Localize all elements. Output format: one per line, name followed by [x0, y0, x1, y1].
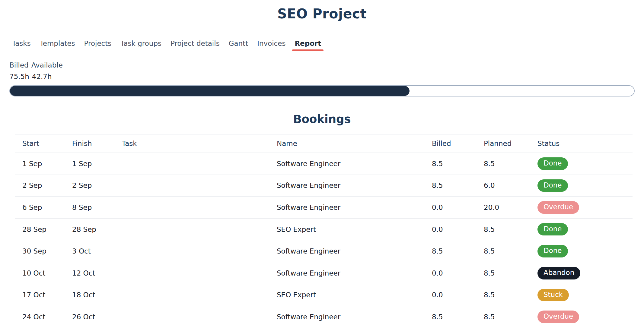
billed-value: 75.5h [9, 73, 29, 80]
status-badge: Done [537, 223, 568, 236]
cell-status: Overdue [530, 197, 633, 219]
cell-status: Stuck [530, 284, 633, 306]
cell-finish: 12 Oct [65, 262, 115, 284]
cell-planned: 8.5 [477, 262, 530, 284]
cell-finish: 2 Sep [65, 175, 115, 197]
table-row[interactable]: 1 Sep 1 Sep Software Engineer 8.5 8.5 Do… [15, 153, 633, 175]
cell-name: Software Engineer [269, 197, 425, 219]
tab-gantt[interactable]: Gantt [228, 38, 249, 50]
page-title: SEO Project [0, 6, 644, 21]
cell-finish: 26 Oct [65, 306, 115, 325]
tab-invoices[interactable]: Invoices [257, 38, 286, 50]
cell-start: 1 Sep [15, 153, 65, 175]
status-badge: Abandon [537, 267, 580, 279]
cell-finish: 18 Oct [65, 284, 115, 306]
legend-labels: BilledAvailable [9, 61, 644, 69]
cell-start: 10 Oct [15, 262, 65, 284]
cell-start: 28 Sep [15, 218, 65, 240]
cell-finish: 3 Oct [65, 240, 115, 262]
tab-templates[interactable]: Templates [39, 38, 76, 50]
cell-status: Abandon [530, 262, 633, 284]
cell-start: 2 Sep [15, 175, 65, 197]
cell-status: Done [530, 240, 633, 262]
cell-billed: 8.5 [425, 240, 477, 262]
available-value: 42.7h [32, 73, 52, 80]
col-name: Name [269, 134, 425, 153]
cell-name: SEO Expert [269, 284, 425, 306]
cell-name: Software Engineer [269, 262, 425, 284]
table-row[interactable]: 30 Sep 3 Oct Software Engineer 8.5 8.5 D… [15, 240, 633, 262]
cell-finish: 28 Sep [65, 218, 115, 240]
status-badge: Done [537, 179, 568, 192]
cell-task [115, 153, 269, 175]
cell-task [115, 262, 269, 284]
cell-start: 6 Sep [15, 197, 65, 219]
cell-finish: 1 Sep [65, 153, 115, 175]
cell-status: Overdue [530, 306, 633, 325]
cell-planned: 8.5 [477, 153, 530, 175]
cell-billed: 0.0 [425, 284, 477, 306]
bookings-table: Start Finish Task Name Billed Planned St… [15, 134, 633, 325]
status-badge: Overdue [537, 311, 579, 323]
tab-report[interactable]: Report [294, 38, 322, 50]
cell-planned: 8.5 [477, 306, 530, 325]
col-finish: Finish [65, 134, 115, 153]
col-billed: Billed [425, 134, 477, 153]
legend-values: 75.5h42.7h [9, 73, 644, 80]
col-status: Status [530, 134, 633, 153]
cell-start: 17 Oct [15, 284, 65, 306]
col-start: Start [15, 134, 65, 153]
tab-projects[interactable]: Projects [84, 38, 112, 50]
billed-available-progress-bar [9, 85, 635, 96]
cell-name: Software Engineer [269, 240, 425, 262]
cell-billed: 8.5 [425, 175, 477, 197]
table-row[interactable]: 28 Sep 28 Sep SEO Expert 0.0 8.5 Done [15, 218, 633, 240]
cell-status: Done [530, 153, 633, 175]
table-row[interactable]: 24 Oct 26 Oct Software Engineer 8.5 8.5 … [15, 306, 633, 325]
cell-task [115, 175, 269, 197]
table-row[interactable]: 2 Sep 2 Sep Software Engineer 8.5 6.0 Do… [15, 175, 633, 197]
cell-start: 24 Oct [15, 306, 65, 325]
bookings-title: Bookings [0, 113, 644, 126]
table-row[interactable]: 6 Sep 8 Sep Software Engineer 0.0 20.0 O… [15, 197, 633, 219]
cell-task [115, 306, 269, 325]
table-row[interactable]: 10 Oct 12 Oct Software Engineer 0.0 8.5 … [15, 262, 633, 284]
cell-task [115, 284, 269, 306]
table-header: Start Finish Task Name Billed Planned St… [15, 134, 633, 153]
status-badge: Stuck [537, 289, 569, 301]
cell-planned: 8.5 [477, 284, 530, 306]
available-label: Available [31, 61, 63, 69]
cell-task [115, 197, 269, 219]
cell-billed: 8.5 [425, 153, 477, 175]
status-badge: Done [537, 245, 568, 257]
col-planned: Planned [477, 134, 530, 153]
cell-name: SEO Expert [269, 218, 425, 240]
cell-task [115, 240, 269, 262]
cell-planned: 8.5 [477, 240, 530, 262]
cell-name: Software Engineer [269, 153, 425, 175]
cell-name: Software Engineer [269, 175, 425, 197]
cell-planned: 8.5 [477, 218, 530, 240]
table-row[interactable]: 17 Oct 18 Oct SEO Expert 0.0 8.5 Stuck [15, 284, 633, 306]
cell-name: Software Engineer [269, 306, 425, 325]
status-badge: Overdue [537, 201, 579, 214]
progress-fill [10, 86, 410, 96]
tab-project-details[interactable]: Project details [170, 38, 220, 50]
col-task: Task [115, 134, 269, 153]
cell-start: 30 Sep [15, 240, 65, 262]
cell-finish: 8 Sep [65, 197, 115, 219]
cell-billed: 0.0 [425, 218, 477, 240]
cell-billed: 0.0 [425, 262, 477, 284]
cell-task [115, 218, 269, 240]
cell-billed: 0.0 [425, 197, 477, 219]
progress-legend: BilledAvailable 75.5h42.7h [9, 61, 644, 80]
status-badge: Done [537, 157, 568, 170]
billed-label: Billed [9, 61, 29, 69]
cell-planned: 6.0 [477, 175, 530, 197]
tab-tasks[interactable]: Tasks [11, 38, 31, 50]
cell-status: Done [530, 175, 633, 197]
tab-task-groups[interactable]: Task groups [120, 38, 162, 50]
tab-bar: Tasks Templates Projects Task groups Pro… [0, 38, 644, 50]
cell-status: Done [530, 218, 633, 240]
cell-planned: 20.0 [477, 197, 530, 219]
